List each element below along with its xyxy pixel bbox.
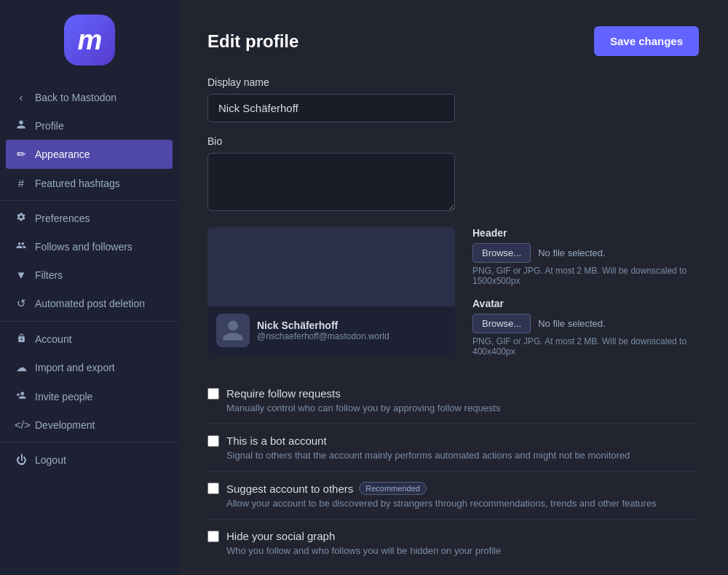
checkbox-row-suggest: Suggest account to others Recommended [207,482,699,495]
recommended-badge: Recommended [359,482,427,495]
require-follow-checkbox[interactable] [207,388,219,400]
profile-card: Nick Schäferhoff @nschaeferhoff@mastodon… [207,306,455,354]
profile-handle: @nschaeferhoff@mastodon.world [257,331,389,341]
profile-name: Nick Schäferhoff [257,320,389,331]
checkbox-bot-account: This is a bot account Signal to others t… [207,424,699,472]
profile-banner: Nick Schäferhoff @nschaeferhoff@mastodon… [207,227,455,354]
bio-textarea[interactable] [207,153,455,211]
sidebar-label-logout: Logout [35,454,66,466]
sidebar-item-featured-hashtags[interactable]: # Featured hashtags [0,169,178,197]
suggest-account-label[interactable]: Suggest account to others Recommended [226,482,427,495]
back-icon: ‹ [15,91,28,103]
sidebar-item-filters[interactable]: ▼ Filters [0,261,178,289]
sidebar-item-appearance[interactable]: ✏ Appearance [6,140,173,169]
avatar [216,314,250,347]
display-name-label: Display name [207,76,699,88]
checkbox-hide-social-graph: Hide your social graph Who you follow an… [207,520,699,566]
sidebar-item-back-to-mastodon[interactable]: ‹ Back to Mastodon [0,83,178,111]
sidebar-label-account: Account [35,333,72,345]
suggest-account-checkbox[interactable] [207,483,219,494]
header-upload-label: Header [472,227,699,239]
checkbox-row-require-follow: Require follow requests [207,387,699,400]
sidebar: m ‹ Back to Mastodon Profile ✏ Appearanc… [0,0,178,575]
bot-account-desc: Signal to others that the account mainly… [226,450,699,461]
sidebar-label-preferences: Preferences [35,213,90,224]
import-export-icon: ☁ [15,361,28,374]
header-browse-button[interactable]: Browse... [472,243,531,263]
preferences-icon [15,212,28,224]
sidebar-item-preferences[interactable]: Preferences [0,204,178,232]
avatar-upload-group: Avatar Browse... No file selected. PNG, … [472,298,699,357]
bot-account-label[interactable]: This is a bot account [226,435,327,447]
checkbox-row-hide-social: Hide your social graph [207,530,699,542]
save-changes-button[interactable]: Save changes [594,26,699,56]
bio-section: Bio [207,135,699,214]
sidebar-label-follows: Follows and followers [35,241,132,253]
sidebar-item-automated-post-deletion[interactable]: ↺ Automated post deletion [0,289,178,318]
profile-icon [15,119,28,132]
header-no-file: No file selected. [538,247,606,258]
sidebar-label-invite: Invite people [35,391,92,402]
checkbox-row-bot: This is a bot account [207,435,699,447]
account-icon [15,333,28,345]
sidebar-label-featured-hashtags: Featured hashtags [35,178,120,189]
appearance-icon: ✏ [15,148,28,161]
mastodon-logo: m [64,15,115,66]
sidebar-item-account[interactable]: Account [0,325,178,353]
sidebar-item-profile[interactable]: Profile [0,111,178,140]
sidebar-label-appearance: Appearance [35,148,90,160]
sidebar-item-logout[interactable]: ⏻ Logout [0,445,178,474]
sidebar-item-import-export[interactable]: ☁ Import and export [0,353,178,382]
nav-divider-1 [0,200,178,201]
auto-delete-icon: ↺ [15,297,28,310]
sidebar-item-follows-and-followers[interactable]: Follows and followers [0,232,178,261]
header-upload-row: Browse... No file selected. [472,243,699,263]
follows-icon [15,240,28,253]
logo-area: m [0,0,178,77]
hashtag-icon: # [15,177,28,189]
avatar-upload-hint: PNG, GIF or JPG. At most 2 MB. Will be d… [472,336,699,357]
invite-icon [15,390,28,402]
sidebar-label-import-export: Import and export [35,362,115,373]
sidebar-label-back: Back to Mastodon [35,92,116,103]
display-name-section: Display name [207,76,699,122]
avatar-browse-button[interactable]: Browse... [472,314,531,333]
filters-icon: ▼ [15,269,28,281]
hide-social-graph-desc: Who you follow and who follows you will … [226,545,699,556]
require-follow-desc: Manually control who can follow you by a… [226,402,699,413]
checkbox-suggest-account: Suggest account to others Recommended Al… [207,472,699,520]
logout-icon: ⏻ [15,453,28,466]
bot-account-checkbox[interactable] [207,435,219,447]
sidebar-label-development: Development [35,419,95,431]
sidebar-label-auto-delete: Automated post deletion [35,298,145,309]
sidebar-nav: ‹ Back to Mastodon Profile ✏ Appearance … [0,77,178,575]
require-follow-label[interactable]: Require follow requests [226,387,341,400]
checkbox-require-follow-requests: Require follow requests Manually control… [207,377,699,424]
suggest-account-desc: Allow your account to be discovered by s… [226,498,699,509]
hide-social-graph-checkbox[interactable] [207,531,219,542]
hide-social-graph-label[interactable]: Hide your social graph [226,530,335,542]
development-icon: </> [15,419,28,431]
sidebar-item-development[interactable]: </> Development [0,411,178,439]
display-name-input[interactable] [207,94,455,122]
upload-section: Header Browse... No file selected. PNG, … [472,227,699,357]
sidebar-label-filters: Filters [35,269,63,281]
profile-info: Nick Schäferhoff @nschaeferhoff@mastodon… [257,320,389,341]
page-header: Edit profile Save changes [207,26,699,56]
nav-divider-2 [0,321,178,322]
profile-area: Nick Schäferhoff @nschaeferhoff@mastodon… [207,227,699,357]
sidebar-item-invite-people[interactable]: Invite people [0,382,178,411]
avatar-upload-label: Avatar [472,298,699,309]
checkbox-section: Require follow requests Manually control… [207,377,699,566]
page-title: Edit profile [207,31,298,52]
avatar-upload-row: Browse... No file selected. [472,314,699,333]
nav-divider-3 [0,442,178,443]
bio-label: Bio [207,135,699,147]
header-upload-group: Header Browse... No file selected. PNG, … [472,227,699,286]
sidebar-label-profile: Profile [35,120,64,132]
avatar-no-file: No file selected. [538,318,606,329]
header-upload-hint: PNG, GIF or JPG. At most 2 MB. Will be d… [472,266,699,286]
main-content: Edit profile Save changes Display name B… [178,0,728,575]
